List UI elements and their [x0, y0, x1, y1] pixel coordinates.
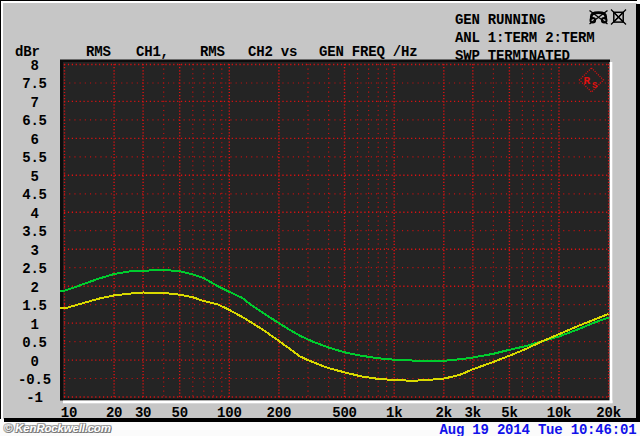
svg-text:R: R — [584, 75, 591, 87]
svg-text:S: S — [592, 81, 598, 91]
